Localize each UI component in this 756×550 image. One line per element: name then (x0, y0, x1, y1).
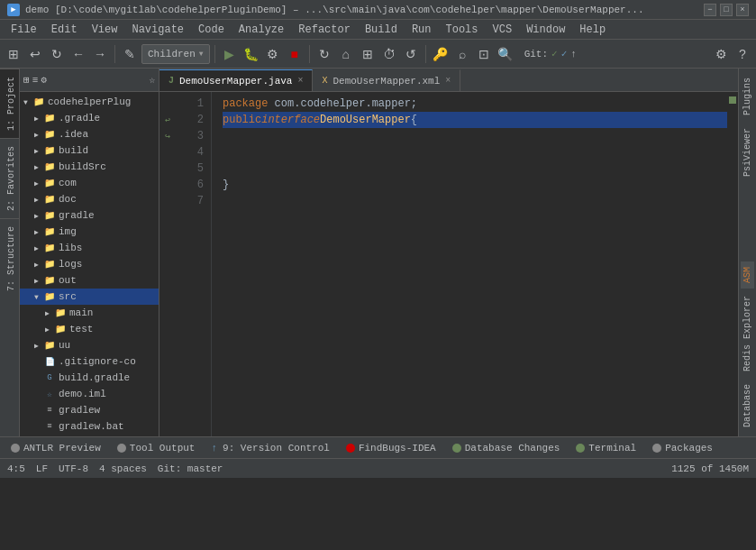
bottom-tab-versioncontrol[interactable]: ↑ 9: Version Control (204, 438, 336, 458)
toolbar-inspect[interactable]: 🔍 (496, 44, 515, 64)
toolbar-replace[interactable]: ⊡ (474, 44, 494, 64)
tree-item-libs[interactable]: ▶ 📁 libs (20, 240, 159, 256)
tree-arrow-root: ▼ (23, 98, 32, 106)
help-button[interactable]: ? (733, 44, 752, 64)
menu-item-navigate[interactable]: Navigate (124, 20, 191, 40)
tree-item-doc[interactable]: ▶ 📁 doc (20, 191, 159, 207)
bottom-tab-dbchanges[interactable]: Database Changes (445, 438, 568, 458)
menu-item-analyze[interactable]: Analyze (232, 20, 291, 40)
status-line-ending[interactable]: LF (36, 463, 48, 474)
main-content: 1: Project 2: Favorites 7: Structure ⊞ ≡… (0, 69, 756, 436)
folder-icon-doc: 📁 (43, 193, 56, 206)
plugins-panel-btn[interactable]: Plugins (741, 72, 754, 121)
stop-button[interactable]: ■ (285, 44, 305, 64)
sidebar-tab-structure[interactable]: 7: Structure (0, 218, 19, 298)
tree-item-buildsrc[interactable]: ▶ 📁 buildSrc (20, 159, 159, 175)
database-panel-btn[interactable]: Database (741, 379, 754, 433)
run-button[interactable]: ▶ (220, 44, 240, 64)
panel-gear-icon[interactable]: ☆ (149, 74, 155, 86)
menu-item-run[interactable]: Run (405, 20, 439, 40)
debug-button[interactable]: 🐛 (241, 44, 261, 64)
bottom-tab-antlr[interactable]: ANTLR Preview (4, 438, 108, 458)
asm-panel-btn[interactable]: ASM (741, 261, 754, 289)
bottom-tab-findbugs[interactable]: FindBugs-IDEA (339, 438, 443, 458)
tree-item-uu[interactable]: ▶ 📁 uu (20, 337, 159, 353)
menu-item-refactor[interactable]: Refactor (291, 20, 358, 40)
toolbar-btn-2[interactable]: ↩ (25, 44, 45, 64)
menu-item-file[interactable]: File (4, 20, 44, 40)
tree-arrow-out: ▶ (34, 277, 43, 285)
toolbar-search[interactable]: 🔑 (431, 44, 451, 64)
tab-demousermapper-xml[interactable]: X DemoUserMapper.xml × (313, 69, 460, 91)
tab-demousermapper-java[interactable]: J DemoUserMapper.java × (159, 69, 313, 91)
code-content[interactable]: package com.codehelper.mapper; public in… (212, 92, 727, 436)
menu-item-build[interactable]: Build (358, 20, 405, 40)
menu-item-edit[interactable]: Edit (44, 20, 85, 40)
psiviewer-panel-btn[interactable]: PsiViewer (741, 123, 754, 182)
bottom-tab-packages[interactable]: Packages (645, 438, 720, 458)
tree-item-build[interactable]: ▶ 📁 build (20, 142, 159, 159)
redis-panel-btn[interactable]: Redis Explorer (741, 290, 754, 377)
tree-item-src[interactable]: ▼ 📁 src (20, 289, 159, 305)
status-position[interactable]: 4:5 (7, 463, 25, 474)
tree-arrow-logs: ▶ (34, 261, 43, 269)
tree-item-img[interactable]: ▶ 📁 img (20, 224, 159, 240)
menu-item-code[interactable]: Code (191, 20, 232, 40)
toolbar-btn-3[interactable]: ↻ (47, 44, 67, 64)
build-button[interactable]: ⚙ (263, 44, 283, 64)
status-indent[interactable]: 4 spaces (99, 463, 147, 474)
menu-item-view[interactable]: View (85, 20, 125, 40)
toolbar-revert[interactable]: ↺ (401, 44, 421, 64)
tree-arrow-build: ▶ (34, 147, 43, 155)
settings-button[interactable]: ⚙ (711, 44, 731, 64)
sidebar-tab-project[interactable]: 1: Project (0, 69, 19, 138)
tree-item-main[interactable]: ▶ 📁 main (20, 305, 159, 321)
tree-item-com[interactable]: ▶ 📁 com (20, 175, 159, 191)
menu-item-vcs[interactable]: VCS (486, 20, 520, 40)
toolbar-find[interactable]: ⌕ (452, 44, 472, 64)
panel-collapse-icon[interactable]: ≡ (32, 75, 39, 86)
minimize-button[interactable]: − (704, 4, 716, 16)
tree-item-out[interactable]: ▶ 📁 out (20, 272, 159, 289)
toolbar-update[interactable]: ↻ (314, 44, 334, 64)
tree-item-gradle2[interactable]: ▶ 📁 gradle (20, 207, 159, 224)
tree-item-demoiML[interactable]: ▶ ☆ demo.iml (20, 386, 159, 402)
toolbar-btn-4[interactable]: ← (68, 44, 88, 64)
tab-close-xml[interactable]: × (445, 76, 451, 86)
menu-item-tools[interactable]: Tools (439, 20, 486, 40)
toolbar-btn-1[interactable]: ⊞ (4, 44, 23, 64)
menu-item-window[interactable]: Window (519, 20, 572, 40)
tab-close-java[interactable]: × (297, 76, 303, 86)
tree-root[interactable]: ▼ 📁 codehelperPlug (20, 94, 159, 110)
toolbar-patch[interactable]: ⌂ (336, 44, 356, 64)
bottom-tab-terminal[interactable]: Terminal (569, 438, 643, 458)
status-encoding[interactable]: UTF-8 (59, 463, 88, 474)
folder-icon-test: 📁 (54, 323, 67, 335)
toolbar-btn-6[interactable]: ✎ (120, 44, 140, 64)
tree-item-idea[interactable]: ▶ 📁 .idea (20, 126, 159, 142)
children-dropdown[interactable]: Children ▼ (141, 44, 210, 64)
toolbar-btn-5[interactable]: → (90, 44, 110, 64)
tree-item-gradle[interactable]: ▶ 📁 .gradle (20, 110, 159, 126)
panel-settings-icon[interactable]: ⚙ (41, 74, 47, 86)
tree-label-gradlew: gradlew (59, 405, 100, 416)
maximize-button[interactable]: □ (720, 4, 733, 16)
status-memory[interactable]: 1125 of 1450M (671, 463, 749, 474)
code-line-7 (223, 193, 727, 209)
toolbar-history[interactable]: ⏱ (379, 44, 399, 64)
close-button[interactable]: × (736, 4, 749, 16)
toolbar-diff[interactable]: ⊞ (358, 44, 378, 64)
status-git[interactable]: Git: master (158, 463, 223, 474)
tree-item-gradlew[interactable]: ▶ ≡ gradlew (20, 402, 159, 418)
panel-expand-icon[interactable]: ⊞ (23, 74, 30, 86)
sidebar-tab-favorites[interactable]: 2: Favorites (0, 138, 19, 218)
tree-item-gitignore[interactable]: ▶ 📄 .gitignore-co (20, 353, 159, 370)
tree-item-test[interactable]: ▶ 📁 test (20, 321, 159, 337)
tree-item-logs[interactable]: ▶ 📁 logs (20, 256, 159, 272)
menu-item-help[interactable]: Help (572, 20, 613, 40)
bottom-tab-tooloutput[interactable]: Tool Output (110, 438, 203, 458)
folder-icon-out: 📁 (43, 274, 56, 287)
tree-item-buildgradle[interactable]: ▶ G build.gradle (20, 370, 159, 386)
tree-item-gradlewbat[interactable]: ▶ ≡ gradlew.bat (20, 418, 159, 435)
tree-label-idea: .idea (59, 129, 88, 140)
